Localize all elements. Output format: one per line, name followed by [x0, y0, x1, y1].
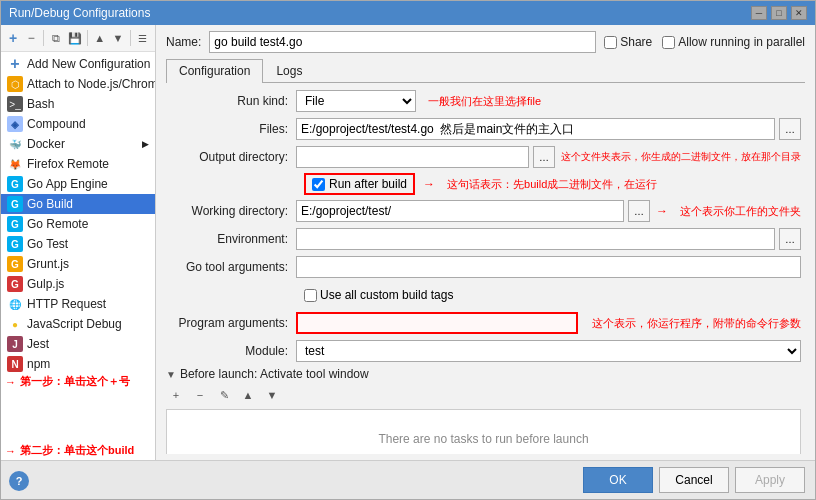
apply-button[interactable]: Apply: [735, 467, 805, 493]
environment-input[interactable]: [296, 228, 775, 250]
npm-icon: N: [7, 356, 23, 372]
before-launch-down-button[interactable]: ▼: [262, 385, 282, 405]
tab-logs[interactable]: Logs: [263, 59, 315, 82]
files-label: Files:: [166, 122, 296, 136]
http-icon: 🌐: [7, 296, 23, 312]
files-browse-button[interactable]: …: [779, 118, 801, 140]
before-launch-remove-button[interactable]: −: [190, 385, 210, 405]
run-after-annotation: 这句话表示：先build成二进制文件，在运行: [447, 177, 657, 192]
custom-build-label[interactable]: Use all custom build tags: [304, 288, 453, 302]
gotest-icon: G: [7, 236, 23, 252]
config-list-item-6[interactable]: GGo App Engine: [1, 174, 155, 194]
goremote-icon: G: [7, 216, 23, 232]
files-input[interactable]: [296, 118, 775, 140]
run-after-build-label[interactable]: Run after build: [329, 177, 407, 191]
working-dir-label: Working directory:: [166, 204, 296, 218]
working-dir-control: …: [296, 200, 650, 222]
config-list-item-4[interactable]: 🐳Docker▶: [1, 134, 155, 154]
module-select[interactable]: test: [296, 340, 801, 362]
config-list-item-3[interactable]: ◈Compound: [1, 114, 155, 134]
config-list-label-8: Go Remote: [27, 217, 88, 231]
separator-3: [130, 30, 131, 46]
working-dir-input[interactable]: [296, 200, 624, 222]
remove-config-button[interactable]: −: [23, 28, 39, 48]
program-args-label: Program arguments:: [166, 316, 296, 330]
save-config-button[interactable]: 💾: [67, 28, 83, 48]
config-list-label-6: Go App Engine: [27, 177, 108, 191]
bash-icon: >_: [7, 96, 23, 112]
run-kind-control: File Package Directory 一般我们在这里选择file: [296, 90, 801, 112]
config-list-item-0[interactable]: +Add New Configuration: [1, 54, 155, 74]
maximize-button[interactable]: □: [771, 6, 787, 20]
config-list-label-7: Go Build: [27, 197, 73, 211]
config-list-item-2[interactable]: >_Bash: [1, 94, 155, 114]
config-list-label-11: Gulp.js: [27, 277, 64, 291]
config-list-item-5[interactable]: 🦊Firefox Remote: [1, 154, 155, 174]
help-button[interactable]: ?: [9, 471, 29, 491]
before-launch-edit-button[interactable]: ✎: [214, 385, 234, 405]
before-launch-header: ▼ Before launch: Activate tool window: [166, 367, 801, 381]
output-dir-input[interactable]: [296, 146, 529, 168]
add-config-button[interactable]: +: [5, 28, 21, 48]
grunt-icon: G: [7, 256, 23, 272]
config-list-item-13[interactable]: ●JavaScript Debug: [1, 314, 155, 334]
config-list-item-7[interactable]: GGo Build: [1, 194, 155, 214]
output-dir-browse-button[interactable]: …: [533, 146, 555, 168]
program-args-row: Program arguments: 这个表示，你运行程序，附带的命令行参数: [166, 311, 801, 335]
allow-parallel-checkbox[interactable]: [662, 36, 675, 49]
share-checkbox-label[interactable]: Share: [604, 35, 652, 49]
go-tool-row: Go tool arguments:: [166, 255, 801, 279]
config-list-item-14[interactable]: JJest: [1, 334, 155, 354]
go-tool-input[interactable]: [296, 256, 801, 278]
program-args-input[interactable]: [296, 312, 578, 334]
share-checkbox[interactable]: [604, 36, 617, 49]
gobuild-icon: G: [7, 196, 23, 212]
separator-2: [87, 30, 88, 46]
output-dir-row: Output directory: … 这个文件夹表示，你生成的二进制文件，放在…: [166, 145, 801, 169]
run-kind-select[interactable]: File Package Directory: [296, 90, 416, 112]
filter-button[interactable]: ☰: [135, 28, 151, 48]
close-button[interactable]: ✕: [791, 6, 807, 20]
step1-annotation: →第一步：单击这个＋号: [1, 372, 155, 391]
move-up-button[interactable]: ▲: [92, 28, 108, 48]
move-down-button[interactable]: ▼: [110, 28, 126, 48]
allow-parallel-label[interactable]: Allow running in parallel: [662, 35, 805, 49]
environment-label: Environment:: [166, 232, 296, 246]
jsdebug-icon: ●: [7, 316, 23, 332]
submenu-arrow-icon: ▶: [142, 139, 149, 149]
cancel-button[interactable]: Cancel: [659, 467, 729, 493]
module-label: Module:: [166, 344, 296, 358]
ok-button[interactable]: OK: [583, 467, 653, 493]
config-list-item-11[interactable]: GGulp.js: [1, 274, 155, 294]
config-list-item-15[interactable]: Nnpm: [1, 354, 155, 372]
module-row: Module: test: [166, 339, 801, 363]
environment-row: Environment: …: [166, 227, 801, 251]
config-list-item-1[interactable]: ⬡Attach to Node.js/Chrome: [1, 74, 155, 94]
right-panel: Name: Share Allow running in parallel Co…: [156, 25, 815, 460]
name-input[interactable]: [209, 31, 596, 53]
tab-configuration[interactable]: Configuration: [166, 59, 263, 83]
minimize-button[interactable]: ─: [751, 6, 767, 20]
working-dir-row: Working directory: … → 这个表示你工作的文件夹: [166, 199, 801, 223]
module-control: test: [296, 340, 801, 362]
environment-control: …: [296, 228, 801, 250]
before-launch-up-button[interactable]: ▲: [238, 385, 258, 405]
config-list-item-8[interactable]: GGo Remote: [1, 214, 155, 234]
environment-browse-button[interactable]: …: [779, 228, 801, 250]
config-form: Run kind: File Package Directory 一般我们在这里…: [166, 89, 805, 454]
custom-build-checkbox[interactable]: [304, 289, 317, 302]
name-label: Name:: [166, 35, 201, 49]
config-list-item-10[interactable]: GGrunt.js: [1, 254, 155, 274]
gulp-icon: G: [7, 276, 23, 292]
before-launch-add-button[interactable]: +: [166, 385, 186, 405]
copy-config-button[interactable]: ⧉: [48, 28, 64, 48]
files-row: Files: …: [166, 117, 801, 141]
working-dir-browse-button[interactable]: …: [628, 200, 650, 222]
config-list-item-12[interactable]: 🌐HTTP Request: [1, 294, 155, 314]
config-list-item-9[interactable]: GGo Test: [1, 234, 155, 254]
run-after-build-checkbox[interactable]: [312, 178, 325, 191]
output-dir-control: …: [296, 146, 555, 168]
run-after-build-row: Run after build → 这句话表示：先build成二进制文件，在运行: [166, 173, 801, 195]
run-kind-row: Run kind: File Package Directory 一般我们在这里…: [166, 89, 801, 113]
left-panel: + − ⧉ 💾 ▲ ▼ ☰: [1, 25, 156, 460]
